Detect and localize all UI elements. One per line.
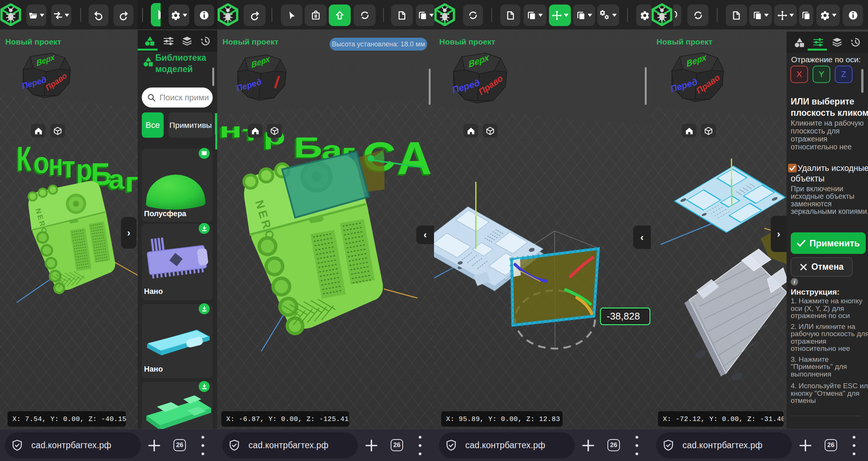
- svg-text:т: т: [62, 150, 75, 184]
- svg-text:о: о: [34, 146, 49, 179]
- svg-text:Б: Б: [294, 132, 322, 163]
- svg-text:г: г: [125, 166, 139, 197]
- svg-text:н: н: [219, 118, 242, 141]
- svg-text:К: К: [17, 140, 32, 178]
- svg-text:А: А: [397, 132, 432, 184]
- svg-text:а: а: [109, 164, 125, 195]
